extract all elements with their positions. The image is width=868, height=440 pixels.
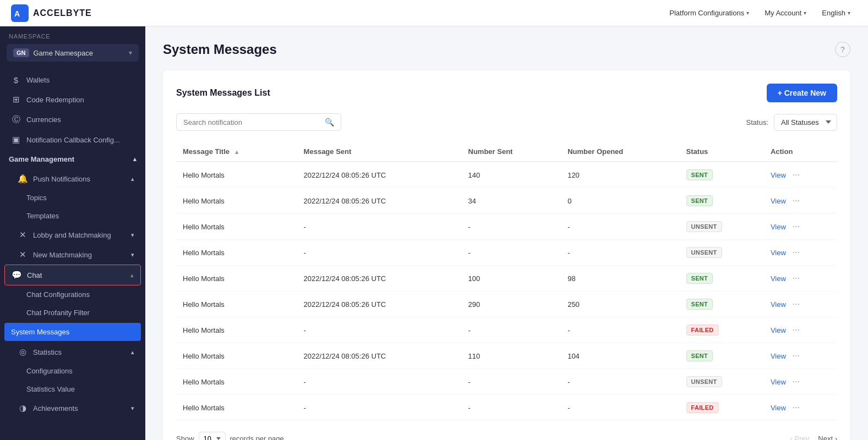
status-badge: SENT: [686, 350, 713, 361]
status-select[interactable]: All Statuses Sent Unsent Failed: [774, 114, 837, 131]
cell-number-opened: -: [561, 369, 679, 395]
next-page-button[interactable]: Next ›: [818, 435, 837, 440]
page-title: System Messages: [163, 42, 277, 57]
sidebar-item-topics[interactable]: Topics: [0, 189, 145, 207]
sidebar-item-currencies[interactable]: Ⓒ Currencies: [0, 109, 145, 130]
top-nav-items: Platform Configurations ▾ My Account ▾ E…: [663, 6, 857, 20]
col-message-title[interactable]: Message Title ▲: [176, 142, 297, 162]
namespace-name: Game Namespace: [34, 49, 125, 57]
cell-message-sent: 2022/12/24 08:05:26 UTC: [297, 188, 462, 214]
cell-number-opened: 250: [561, 292, 679, 317]
table-body: Hello Mortals 2022/12/24 08:05:26 UTC 14…: [176, 162, 837, 421]
sidebar-item-system-messages[interactable]: System Messages: [4, 323, 141, 341]
sidebar-item-statistics[interactable]: ◎ Statistics ▴: [0, 342, 145, 362]
cell-number-sent: 100: [462, 266, 561, 292]
prev-page-button[interactable]: ‹ Prev: [790, 435, 810, 440]
view-button[interactable]: View: [771, 274, 786, 283]
view-button[interactable]: View: [771, 171, 786, 179]
cell-status: SENT: [680, 188, 764, 214]
sidebar-item-templates[interactable]: Templates: [0, 207, 145, 225]
view-button[interactable]: View: [771, 249, 786, 257]
view-button[interactable]: View: [771, 326, 786, 334]
my-account-menu[interactable]: My Account ▾: [758, 6, 813, 20]
namespace-chevron-icon: ▾: [129, 49, 132, 57]
more-actions-button[interactable]: ···: [793, 273, 800, 283]
table-row: Hello Mortals 2022/12/24 08:05:26 UTC 29…: [176, 292, 837, 317]
view-button[interactable]: View: [771, 300, 786, 309]
cell-number-opened: 120: [561, 162, 679, 188]
sidebar-section-game-management[interactable]: Game Management ▴: [0, 150, 145, 169]
sidebar-item-achievements[interactable]: ◑ Achievements ▾: [0, 398, 145, 418]
sidebar-item-code-redemption[interactable]: ⊞ Code Redemption: [0, 90, 145, 109]
cell-action: View ···: [764, 317, 837, 343]
view-button[interactable]: View: [771, 378, 786, 386]
cell-number-opened: -: [561, 395, 679, 421]
cell-number-opened: 104: [561, 343, 679, 369]
sidebar-item-new-matchmaking[interactable]: ✕ New Matchmaking ▾: [0, 245, 145, 265]
card-title: System Messages List: [176, 88, 270, 98]
search-box[interactable]: 🔍: [176, 113, 341, 131]
sidebar-item-statistics-value[interactable]: Statistics Value: [0, 380, 145, 398]
view-button[interactable]: View: [771, 223, 786, 231]
achievements-icon: ◑: [18, 403, 28, 413]
sidebar-item-push-notifications[interactable]: 🔔 Push Notifications ▴: [0, 169, 145, 189]
cell-number-sent: -: [462, 369, 561, 395]
more-actions-button[interactable]: ···: [793, 325, 800, 335]
cell-message-title: Hello Mortals: [176, 240, 297, 266]
cell-message-title: Hello Mortals: [176, 188, 297, 214]
action-cell: View ···: [771, 377, 831, 387]
status-badge: UNSENT: [686, 376, 722, 387]
sidebar-item-chat[interactable]: 💬 Chat ▴: [4, 265, 141, 285]
platform-configurations-menu[interactable]: Platform Configurations ▾: [663, 6, 756, 20]
sidebar-item-notification-callback[interactable]: ▣ Notification Callback Config...: [0, 130, 145, 150]
sidebar-item-chat-profanity-filter[interactable]: Chat Profanity Filter: [0, 304, 145, 322]
cell-message-sent: -: [297, 395, 462, 421]
cell-message-sent: 2022/12/24 08:05:26 UTC: [297, 162, 462, 188]
sidebar-item-wallets[interactable]: $ Wallets: [0, 70, 145, 90]
cell-status: UNSENT: [680, 214, 764, 240]
action-cell: View ···: [771, 222, 831, 232]
search-input[interactable]: [183, 118, 320, 127]
notification-callback-icon: ▣: [11, 135, 21, 145]
more-actions-button[interactable]: ···: [793, 377, 800, 387]
sidebar-item-chat-configurations[interactable]: Chat Configurations: [0, 285, 145, 304]
system-messages-card: System Messages List + Create New 🔍 Stat…: [163, 70, 850, 440]
more-actions-button[interactable]: ···: [793, 403, 800, 413]
table-row: Hello Mortals 2022/12/24 08:05:26 UTC 11…: [176, 343, 837, 369]
cell-status: SENT: [680, 343, 764, 369]
more-actions-button[interactable]: ···: [793, 351, 800, 361]
col-number-opened: Number Opened: [561, 142, 679, 162]
records-per-page-select[interactable]: 10 25 50: [199, 432, 226, 440]
cell-message-sent: -: [297, 240, 462, 266]
lobby-icon: ✕: [18, 230, 28, 240]
cell-number-sent: 290: [462, 292, 561, 317]
cell-action: View ···: [764, 162, 837, 188]
sidebar-item-lobby-matchmaking[interactable]: ✕ Lobby and Matchmaking ▾: [0, 225, 145, 245]
cell-number-sent: -: [462, 240, 561, 266]
view-button[interactable]: View: [771, 352, 786, 360]
cell-message-title: Hello Mortals: [176, 317, 297, 343]
table-row: Hello Mortals - - - UNSENT View ···: [176, 240, 837, 266]
records-per-page-label: records per page: [230, 435, 284, 440]
view-button[interactable]: View: [771, 404, 786, 412]
svg-text:A: A: [14, 9, 20, 18]
view-button[interactable]: View: [771, 197, 786, 205]
create-new-button[interactable]: + Create New: [767, 84, 837, 102]
status-badge: SENT: [686, 299, 713, 310]
more-actions-button[interactable]: ···: [793, 299, 800, 309]
more-actions-button[interactable]: ···: [793, 196, 800, 206]
more-actions-button[interactable]: ···: [793, 222, 800, 232]
cell-action: View ···: [764, 369, 837, 395]
namespace-selector[interactable]: GN Game Namespace ▾: [7, 44, 139, 62]
more-actions-button[interactable]: ···: [793, 170, 800, 180]
language-menu[interactable]: English ▾: [815, 6, 857, 20]
cell-action: View ···: [764, 292, 837, 317]
help-icon[interactable]: ?: [835, 42, 850, 57]
more-actions-button[interactable]: ···: [793, 248, 800, 257]
table-row: Hello Mortals 2022/12/24 08:05:26 UTC 34…: [176, 188, 837, 214]
sidebar-menu: $ Wallets ⊞ Code Redemption Ⓒ Currencies…: [0, 70, 145, 440]
cell-number-sent: 140: [462, 162, 561, 188]
language-chevron-icon: ▾: [848, 10, 850, 16]
col-action: Action: [764, 142, 837, 162]
sidebar-item-configurations[interactable]: Configurations: [0, 362, 145, 380]
